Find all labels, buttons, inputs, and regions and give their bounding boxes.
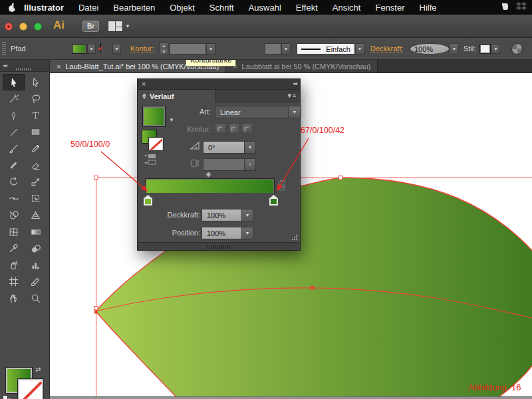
menu-item-illustrator[interactable]: Illustrator	[17, 3, 71, 13]
panel-tab-row: Verlauf ▼≡	[138, 90, 300, 102]
apple-menu-icon[interactable]	[8, 3, 17, 13]
slice-tool[interactable]	[25, 273, 47, 290]
gradient-tool[interactable]	[25, 223, 47, 240]
eraser-tool[interactable]	[25, 157, 47, 174]
bridge-button[interactable]: Br	[82, 21, 99, 32]
stop-position-dropdown[interactable]: 100% ▼	[201, 227, 253, 239]
gradient-midpoint-slider[interactable]	[205, 172, 212, 178]
dropbox-menu-icon[interactable]	[516, 1, 527, 13]
collapse-panel-icon[interactable]: ◂◂	[293, 80, 297, 86]
stroke-profile-dropdown-button[interactable]: ▼	[281, 43, 291, 55]
fill-color-dropdown-button[interactable]: ▼	[87, 44, 96, 54]
lasso-tool[interactable]	[25, 90, 47, 107]
eyedropper-tool[interactable]	[3, 240, 25, 257]
blend-tool[interactable]	[25, 240, 47, 257]
panel-menu-icon[interactable]: ▼≡	[287, 92, 296, 99]
column-graph-tool[interactable]	[25, 257, 47, 273]
mesh-tool[interactable]	[3, 223, 25, 240]
gradient-angle-dropdown[interactable]: 0° ▼	[203, 141, 256, 154]
tab-close-icon[interactable]: ×	[57, 63, 61, 70]
gradient-swatch-dropdown-icon[interactable]: ▼	[169, 117, 174, 123]
blob-brush-tool[interactable]	[3, 157, 25, 174]
panel-resize-handle[interactable]	[207, 245, 230, 249]
minimize-window-button[interactable]	[19, 23, 27, 31]
magic-wand-icon	[9, 94, 19, 104]
menu-item-bearbeiten[interactable]: Bearbeiten	[106, 3, 162, 13]
line-segment-tool[interactable]	[3, 124, 25, 140]
width-tool[interactable]	[3, 190, 25, 207]
pencil-tool[interactable]	[25, 140, 47, 157]
stroke-weight-field[interactable]	[170, 43, 206, 55]
free-transform-tool[interactable]	[25, 190, 47, 207]
workspace-switcher[interactable]: ▼	[108, 21, 130, 32]
zoom-window-button[interactable]	[34, 23, 42, 31]
selection-tool[interactable]	[3, 74, 25, 90]
opacity-dropdown-button[interactable]: ▼	[450, 43, 459, 55]
panel-stroke-proxy[interactable]	[149, 138, 163, 150]
menu-item-fenster[interactable]: Fenster	[368, 3, 412, 13]
stroke-gradient-across-icon[interactable]	[241, 123, 253, 134]
magic-wand-tool[interactable]	[3, 90, 25, 107]
shape-builder-tool[interactable]	[3, 207, 25, 223]
default-fill-stroke-icon[interactable]	[3, 395, 11, 399]
blend-icon	[31, 244, 41, 253]
menu-item-objekt[interactable]: Objekt	[162, 3, 202, 13]
stroke-weight-label[interactable]: Kontur:	[130, 45, 154, 53]
brush-definition-field[interactable]: Einfach	[297, 43, 355, 55]
stroke-color-dropdown-button[interactable]: ▼	[112, 44, 121, 54]
close-icon[interactable]: ×	[142, 80, 146, 88]
direct-selection-tool[interactable]	[25, 74, 47, 90]
selection-type-label: Pfad	[11, 45, 26, 53]
stroke-proxy-swatch[interactable]	[18, 379, 43, 399]
gradient-fill-swatch[interactable]	[142, 106, 166, 127]
gradient-stop-start[interactable]	[144, 195, 152, 205]
swap-fill-stroke-icon[interactable]: ⇄	[35, 366, 41, 373]
hand-tool[interactable]	[3, 290, 25, 307]
panel-top-bar[interactable]: × ◂◂	[138, 79, 300, 90]
brush-definition-dropdown-button[interactable]: ▼	[355, 43, 364, 55]
evernote-menu-icon[interactable]	[500, 1, 510, 13]
style-dropdown-button[interactable]: ▼	[491, 44, 500, 54]
stroke-color-swatch[interactable]	[100, 43, 101, 53]
menu-item-schrift[interactable]: Schrift	[202, 3, 241, 13]
scale-tool[interactable]	[25, 174, 47, 190]
gradient-type-dropdown[interactable]: Linear ▼	[215, 106, 301, 118]
stroke-weight-stepper[interactable]: ▲▼	[160, 43, 168, 55]
stroke-profile-field[interactable]	[265, 43, 281, 55]
gradient-stop-end[interactable]	[269, 195, 278, 205]
panel-resize-grip[interactable]	[291, 234, 298, 241]
rotate-tool[interactable]	[3, 174, 25, 190]
gradient-type-label: Art:	[176, 108, 211, 116]
menu-item-ansicht[interactable]: Ansicht	[325, 3, 368, 13]
menu-item-hilfe[interactable]: Hilfe	[412, 3, 444, 13]
reverse-gradient-icon[interactable]	[144, 154, 158, 167]
panel-grip-icon[interactable]	[2, 42, 6, 56]
rectangle-tool[interactable]	[25, 124, 47, 140]
menu-item-effekt[interactable]: Effekt	[289, 3, 325, 13]
stop-position-value: 100%	[207, 229, 225, 237]
opacity-label[interactable]: Deckkraft:	[370, 45, 404, 53]
tools-panel-drag-handle[interactable]	[16, 68, 31, 70]
document-tab[interactable]: ×Laubblatt.ai bei 50 % (CMYK/Vorschau)	[226, 60, 378, 72]
type-tool[interactable]	[25, 107, 47, 124]
stroke-gradient-within-icon[interactable]	[215, 123, 226, 134]
stop-opacity-dropdown[interactable]: 100% ▼	[201, 209, 253, 221]
menu-item-datei[interactable]: Datei	[71, 3, 106, 13]
close-window-button[interactable]	[5, 23, 13, 31]
paintbrush-tool[interactable]	[3, 140, 25, 157]
zoom-tool[interactable]	[25, 290, 47, 307]
gradient-panel-tab[interactable]: Verlauf	[138, 90, 216, 102]
cs-live-icon[interactable]	[511, 43, 523, 55]
stroke-weight-dropdown-button[interactable]: ▼	[206, 43, 215, 55]
artboard-tool[interactable]	[3, 273, 25, 290]
perspective-grid-tool[interactable]	[25, 207, 47, 223]
menu-item-auswahl[interactable]: Auswahl	[241, 3, 289, 13]
symbol-sprayer-tool[interactable]	[3, 257, 25, 273]
style-swatch[interactable]	[479, 44, 491, 54]
fill-color-swatch[interactable]	[72, 44, 86, 54]
gradient-panel[interactable]: × ◂◂ Verlauf ▼≡ ▼ Art: Linear ▼ Kontur:	[137, 78, 301, 251]
stroke-gradient-along-icon[interactable]	[228, 123, 239, 134]
opacity-field[interactable]: 100%	[410, 43, 450, 55]
pen-tool[interactable]	[3, 107, 25, 124]
gradient-slider-bar[interactable]	[145, 178, 275, 194]
